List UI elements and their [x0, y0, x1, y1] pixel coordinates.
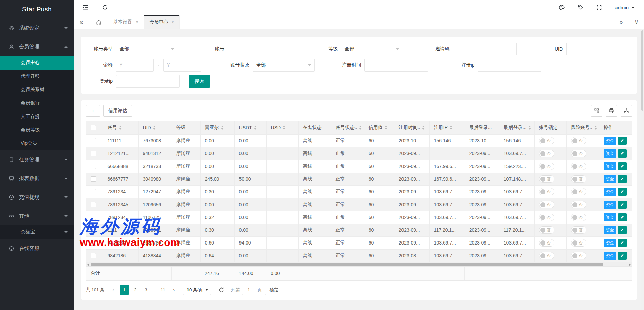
- balance-min-input[interactable]: [116, 59, 154, 72]
- scrollbar-thumb[interactable]: [91, 263, 603, 266]
- row-checkbox[interactable]: [91, 240, 96, 246]
- sort-icon[interactable]: [119, 126, 122, 130]
- export-button[interactable]: [621, 105, 632, 117]
- close-icon[interactable]: ×: [171, 19, 174, 25]
- risk_account-toggle[interactable]: 否: [571, 150, 586, 157]
- sidebar-item-member-level[interactable]: 会员等级: [0, 123, 74, 137]
- account_lock-toggle[interactable]: 否: [539, 252, 554, 259]
- fund-button[interactable]: 资金: [604, 213, 616, 221]
- sort-icon[interactable]: [254, 126, 257, 130]
- invite-code-input[interactable]: [453, 43, 517, 55]
- column-header-reg_time[interactable]: 注册时间..: [394, 121, 429, 134]
- row-checkbox[interactable]: [91, 189, 96, 194]
- account_lock-toggle[interactable]: 否: [539, 239, 554, 247]
- account-status-select[interactable]: 全部: [253, 59, 315, 72]
- login-ip-input[interactable]: [116, 75, 180, 88]
- reg-ip-input[interactable]: [478, 59, 541, 72]
- sort-icon[interactable]: [450, 126, 452, 130]
- vertical-scrollbar[interactable]: [641, 30, 644, 310]
- row-checkbox[interactable]: [91, 138, 96, 143]
- sort-icon[interactable]: [594, 126, 597, 130]
- reg-time-input[interactable]: [364, 59, 428, 72]
- scroll-left-arrow-icon[interactable]: [87, 263, 89, 266]
- sidebar-item-system-settings[interactable]: 系统设定: [0, 18, 74, 37]
- account_lock-toggle[interactable]: 否: [539, 226, 554, 234]
- column-header-reg_ip[interactable]: 注册IP: [429, 121, 465, 134]
- column-header-account_status[interactable]: 账号状态..: [331, 121, 364, 134]
- row-checkbox[interactable]: [91, 253, 96, 258]
- edit-button[interactable]: [618, 188, 627, 196]
- sort-icon[interactable]: [422, 126, 425, 130]
- scroll-right-arrow-icon[interactable]: [629, 263, 631, 266]
- row-checkbox[interactable]: [91, 215, 96, 220]
- horizontal-scrollbar[interactable]: [86, 262, 632, 267]
- column-header-usdt[interactable]: USDT: [234, 121, 266, 134]
- column-header-credit[interactable]: 信用值: [364, 121, 394, 134]
- sidebar-item-online-service[interactable]: 在线客服: [0, 239, 74, 258]
- tabs-scroll-left-button[interactable]: «: [74, 15, 89, 29]
- sidebar-item-member-tree[interactable]: 会员关系树: [0, 83, 74, 96]
- sidebar-item-vip-member[interactable]: Vip会员: [0, 137, 74, 150]
- risk_account-toggle[interactable]: 否: [571, 175, 586, 183]
- column-header-last_login_ip[interactable]: 最后登录...: [499, 121, 534, 134]
- refresh-icon[interactable]: [218, 287, 224, 293]
- risk_account-toggle[interactable]: 否: [571, 137, 586, 144]
- risk_account-toggle[interactable]: 否: [571, 214, 586, 221]
- sort-icon[interactable]: [283, 126, 285, 130]
- row-checkbox[interactable]: [91, 227, 96, 233]
- tag-icon[interactable]: [578, 4, 584, 10]
- edit-button[interactable]: [618, 226, 627, 234]
- row-checkbox[interactable]: [91, 164, 96, 169]
- admin-menu[interactable]: admin: [615, 5, 635, 10]
- risk_account-toggle[interactable]: 否: [571, 252, 586, 259]
- edit-button[interactable]: [618, 239, 627, 247]
- balance-max-input[interactable]: [163, 59, 201, 72]
- row-checkbox[interactable]: [91, 202, 96, 207]
- tab-member-center[interactable]: 会员中心 ×: [144, 15, 180, 29]
- sidebar-item-yuebao[interactable]: 余额宝: [0, 225, 74, 239]
- account_lock-toggle[interactable]: 否: [539, 188, 554, 195]
- page-button-3[interactable]: 3: [141, 285, 151, 295]
- palette-icon[interactable]: [558, 4, 565, 11]
- edit-button[interactable]: [618, 201, 627, 209]
- goto-page-input[interactable]: [242, 285, 255, 295]
- account_lock-toggle[interactable]: 否: [539, 175, 554, 183]
- sidebar-item-task-management[interactable]: 任务管理: [0, 150, 74, 169]
- account_lock-toggle[interactable]: 否: [539, 201, 554, 208]
- tab-basic-settings[interactable]: 基本设置 ×: [108, 15, 144, 29]
- vertical-scrollbar-thumb[interactable]: [641, 30, 643, 111]
- sidebar-item-other[interactable]: 其他: [0, 207, 74, 225]
- account_lock-toggle[interactable]: 否: [539, 163, 554, 170]
- fund-button[interactable]: 资金: [604, 137, 616, 145]
- refresh-icon[interactable]: [102, 4, 108, 10]
- page-button-11[interactable]: 11: [158, 285, 168, 295]
- sidebar-item-member-management[interactable]: 会员管理: [0, 37, 74, 56]
- fullscreen-icon[interactable]: [596, 5, 602, 10]
- column-header-uid[interactable]: UID: [138, 121, 172, 134]
- page-button-2[interactable]: 2: [130, 285, 140, 295]
- column-header-usd[interactable]: USD: [266, 121, 298, 134]
- collapse-sidebar-icon[interactable]: [82, 5, 89, 10]
- select-all-checkbox[interactable]: [91, 125, 96, 130]
- fund-button[interactable]: 资金: [604, 226, 616, 234]
- sidebar-item-member-bank[interactable]: 会员银行: [0, 96, 74, 110]
- edit-button[interactable]: [618, 252, 627, 260]
- fund-button[interactable]: 资金: [604, 149, 616, 158]
- add-button[interactable]: +: [86, 105, 100, 117]
- row-checkbox[interactable]: [91, 151, 96, 156]
- tabs-scroll-right-button[interactable]: »: [613, 15, 629, 29]
- sort-icon[interactable]: [528, 126, 531, 130]
- close-icon[interactable]: ×: [136, 19, 138, 25]
- fund-button[interactable]: 资金: [604, 252, 616, 260]
- fund-button[interactable]: 资金: [604, 239, 616, 247]
- edit-button[interactable]: [618, 162, 627, 170]
- column-header-risk_account[interactable]: 风险账号..: [566, 121, 599, 134]
- fund-button[interactable]: 资金: [604, 188, 616, 196]
- account_lock-toggle[interactable]: 否: [539, 214, 554, 221]
- uid-input[interactable]: [566, 43, 630, 55]
- filter-columns-button[interactable]: [591, 105, 602, 117]
- risk_account-toggle[interactable]: 否: [571, 201, 586, 208]
- column-header-account[interactable]: 账号: [103, 121, 138, 134]
- page-size-select[interactable]: 10 条/页: [183, 285, 211, 295]
- fund-button[interactable]: 资金: [604, 175, 616, 183]
